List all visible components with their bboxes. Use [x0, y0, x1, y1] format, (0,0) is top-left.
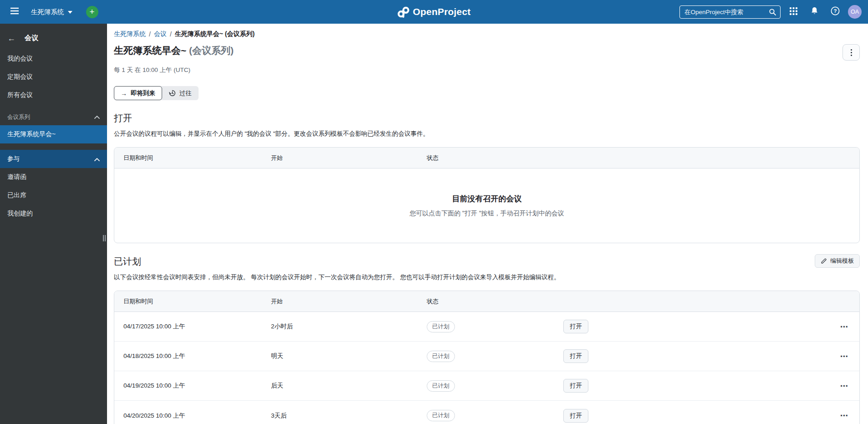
hamburger-icon	[10, 7, 19, 17]
sidebar-item-label: 生死簿系统早会~	[7, 130, 56, 138]
sidebar-item-attended[interactable]: 已出席	[0, 186, 107, 204]
avatar-initials: OA	[851, 9, 859, 15]
clock-history-icon	[169, 90, 176, 97]
status-badge: 已计划	[427, 321, 455, 332]
bell-icon	[810, 6, 819, 17]
sidebar-item-meeting-series-selected[interactable]: 生死簿系统早会~	[0, 125, 107, 143]
tab-upcoming[interactable]: → 即将到来	[114, 86, 162, 100]
sidebar-item-all-meetings[interactable]: 所有会议	[0, 86, 107, 104]
tab-past[interactable]: 过往	[162, 86, 199, 100]
sidebar-item-created-by-me[interactable]: 我创建的	[0, 204, 107, 223]
topbar: 生死簿系统 + OpenProject	[0, 0, 868, 24]
search-input[interactable]	[684, 9, 769, 15]
global-search[interactable]	[679, 5, 781, 19]
sidebar-item-label: 我的会议	[7, 55, 33, 63]
cell-datetime: 04/20/2025 10:00 上午	[123, 412, 271, 420]
openproject-logo[interactable]: OpenProject	[397, 6, 470, 18]
row-more-icon[interactable]: ⋯	[840, 352, 859, 360]
openproject-logo-icon	[397, 6, 409, 18]
sidebar-section-involvement[interactable]: 参与	[0, 150, 107, 168]
planned-meetings-table: 日期和时间 开始 状态 04/17/2025 10:00 上午 2小时后 已计划…	[114, 291, 860, 424]
column-header-start: 开始	[271, 297, 427, 306]
sidebar-section-meeting-series[interactable]: 会议系列	[0, 109, 107, 125]
svg-text:?: ?	[833, 8, 837, 14]
breadcrumb-separator: /	[149, 31, 151, 38]
open-meeting-button[interactable]: 打开	[563, 379, 588, 393]
status-badge: 已计划	[427, 351, 455, 362]
hamburger-menu-button[interactable]	[6, 4, 23, 20]
help-button[interactable]: ?	[827, 4, 843, 20]
cell-start: 3天后	[271, 412, 427, 420]
open-section-heading: 打开	[114, 112, 860, 124]
column-header-status: 状态	[427, 297, 563, 306]
table-row: 04/20/2025 10:00 上午 3天后 已计划 打开 ⋯	[114, 401, 859, 424]
chevron-up-icon	[94, 114, 100, 120]
back-button[interactable]: ←	[7, 34, 15, 42]
cell-datetime: 04/19/2025 10:00 上午	[123, 382, 271, 390]
breadcrumb-link-meetings[interactable]: 会议	[154, 30, 167, 38]
arrow-right-icon: →	[121, 90, 127, 97]
project-selector[interactable]: 生死簿系统	[29, 5, 74, 19]
sidebar-item-label: 已出席	[7, 191, 26, 199]
cell-start: 后天	[271, 382, 427, 390]
edit-template-label: 编辑模板	[830, 257, 854, 265]
modules-menu-button[interactable]	[785, 4, 802, 20]
page-title-text: 生死簿系统早会~	[114, 45, 186, 56]
empty-state: 目前没有召开的会议 您可以点击下面的 "打开 "按钮，手动召开计划中的会议	[114, 169, 859, 243]
breadcrumb-link-project[interactable]: 生死簿系统	[114, 30, 146, 38]
global-create-button[interactable]: +	[86, 6, 98, 18]
column-header-start: 开始	[271, 154, 427, 162]
breadcrumb: 生死簿系统 / 会议 / 生死簿系统早会~ (会议系列)	[114, 30, 860, 38]
page-more-actions-button[interactable]	[842, 44, 860, 61]
project-selector-label: 生死簿系统	[31, 8, 64, 16]
kebab-menu-icon	[851, 49, 852, 51]
sidebar-item-label: 邀请函	[7, 173, 26, 181]
open-meeting-button[interactable]: 打开	[563, 409, 588, 423]
empty-state-subtitle: 您可以点击下面的 "打开 "按钮，手动召开计划中的会议	[409, 209, 564, 218]
user-avatar[interactable]: OA	[848, 5, 862, 19]
row-more-icon[interactable]: ⋯	[840, 382, 859, 390]
status-badge: 已计划	[427, 410, 455, 421]
empty-state-title: 目前没有召开的会议	[452, 194, 522, 204]
openproject-logo-text: OpenProject	[413, 6, 470, 17]
sidebar-item-label: 我创建的	[7, 209, 33, 218]
open-meeting-button[interactable]: 打开	[563, 320, 588, 333]
table-row: 04/19/2025 10:00 上午 后天 已计划 打开 ⋯	[114, 371, 859, 401]
row-more-icon[interactable]: ⋯	[840, 412, 859, 419]
tab-label: 过往	[179, 89, 192, 97]
planned-section-description: 以下会议按经常性会议时间表安排，但尚未开放。 每次计划的会议开始时，下一次会议将…	[114, 273, 860, 281]
plus-icon: +	[89, 6, 94, 17]
table-row: 04/18/2025 10:00 上午 明天 已计划 打开 ⋯	[114, 342, 859, 371]
open-section-description: 公开会议的议程可以编辑，并显示在个人用户的 "我的会议 "部分。更改会议系列模板…	[114, 130, 860, 138]
pencil-icon	[821, 258, 827, 264]
sidebar-item-my-meetings[interactable]: 我的会议	[0, 50, 107, 68]
sidebar-resize-handle[interactable]	[102, 232, 107, 244]
chevron-up-icon	[94, 156, 100, 163]
column-header-datetime: 日期和时间	[123, 297, 271, 306]
cell-datetime: 04/18/2025 10:00 上午	[123, 352, 271, 360]
column-header-datetime: 日期和时间	[123, 154, 271, 162]
row-more-icon[interactable]: ⋯	[840, 323, 859, 331]
breadcrumb-current: 生死簿系统早会~ (会议系列)	[175, 30, 255, 38]
sidebar-item-invitations[interactable]: 邀请函	[0, 168, 107, 186]
sidebar-title: 会议	[25, 34, 38, 42]
tab-label: 即将到来	[131, 89, 155, 97]
sidebar-section-label: 参与	[7, 155, 20, 163]
column-header-status: 状态	[427, 154, 563, 162]
search-icon[interactable]	[769, 8, 776, 16]
edit-template-button[interactable]: 编辑模板	[815, 254, 860, 268]
status-badge: 已计划	[427, 380, 455, 392]
breadcrumb-separator: /	[170, 31, 172, 38]
chevron-down-icon	[68, 11, 72, 14]
arrow-left-icon: ←	[7, 34, 15, 43]
page-title: 生死簿系统早会~ (会议系列)	[114, 44, 234, 57]
meeting-schedule-text: 每 1 天 在 10:00 上午 (UTC)	[114, 66, 860, 74]
sidebar-section-label: 会议系列	[7, 113, 30, 121]
page-title-suffix: (会议系列)	[189, 45, 234, 56]
open-meeting-button[interactable]: 打开	[563, 349, 588, 363]
notifications-button[interactable]	[806, 4, 822, 20]
apps-grid-icon	[790, 7, 797, 17]
sidebar-item-recurring-meetings[interactable]: 定期会议	[0, 68, 107, 86]
sidebar-item-label: 所有会议	[7, 91, 33, 99]
cell-start: 2小时后	[271, 322, 427, 331]
